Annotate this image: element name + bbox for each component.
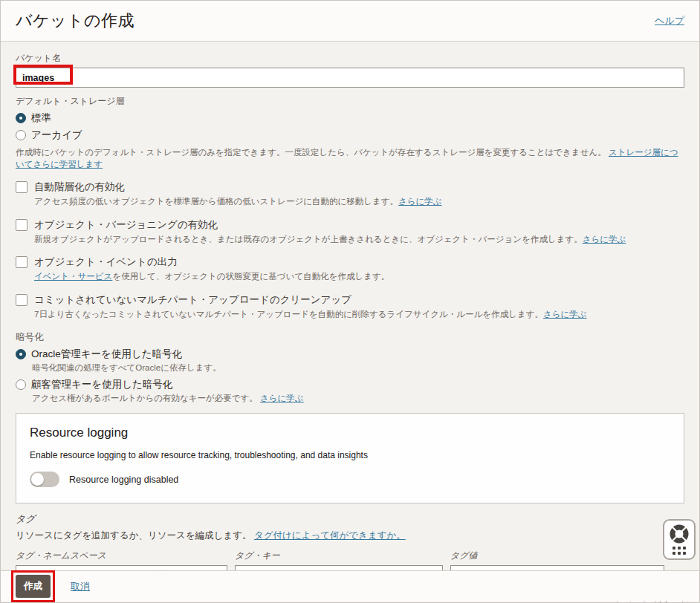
- bucket-name-label: バケット名: [16, 52, 684, 65]
- checkbox-emit-object-events[interactable]: [16, 256, 27, 268]
- row-object-versioning: オブジェクト・バージョニングの有効化 新規オブジェクトがアップロードされるとき、…: [16, 218, 684, 246]
- link-events-service[interactable]: イベント・サービス: [34, 272, 112, 281]
- tags-description-text: リソースにタグを追加するか、リソースを編成します。: [16, 530, 251, 541]
- cancel-link[interactable]: 取消: [71, 580, 90, 593]
- encryption-option-oracle: Oracle管理キーを使用した暗号化 暗号化関連の処理をすべてOracleに依存…: [16, 348, 684, 374]
- auto-tiering-desc-text: アクセス頻度の低いオブジェクトを標準層から価格の低いストレージに自動的に移動しま…: [34, 197, 398, 206]
- dialog-footer: 作成 取消: [1, 570, 699, 602]
- tags-section-label: タグ: [16, 512, 684, 526]
- multipart-cleanup-description: 7日より古くなったコミットされていないマルチパート・アップロードを自動的に削除す…: [34, 309, 587, 321]
- radio-oracle-managed-keys[interactable]: [16, 349, 26, 359]
- link-learn-more-auto-tiering[interactable]: さらに学ぶ: [398, 197, 442, 206]
- storage-tier-description-text: 作成時にバケットのデフォルト・ストレージ層のみを指定できます。一度設定したら、バ…: [16, 148, 606, 157]
- storage-tier-description: 作成時にバケットのデフォルト・ストレージ層のみを指定できます。一度設定したら、バ…: [16, 147, 684, 170]
- row-auto-tiering: 自動階層化の有効化 アクセス頻度の低いオブジェクトを標準層から価格の低いストレー…: [16, 180, 684, 208]
- toggle-knob: [31, 473, 44, 486]
- object-versioning-desc-text: 新規オブジェクトがアップロードされるとき、または既存のオブジェクトが上書きされる…: [34, 235, 583, 244]
- radio-row-standard-tier[interactable]: 標準: [16, 111, 684, 125]
- tag-value-label: タグ値: [450, 550, 664, 562]
- radio-archive-tier[interactable]: [16, 130, 26, 140]
- radio-row-customer-managed-keys[interactable]: 顧客管理キーを使用した暗号化: [16, 378, 684, 391]
- radio-row-oracle-managed-keys[interactable]: Oracle管理キーを使用した暗号化: [16, 348, 684, 361]
- bucket-name-input[interactable]: [16, 68, 684, 88]
- multipart-cleanup-label: コミットされていないマルチパート・アップロードのクリーンアップ: [34, 293, 587, 307]
- support-widget[interactable]: [663, 519, 696, 560]
- radio-standard-tier-label: 標準: [31, 111, 51, 125]
- radio-standard-tier[interactable]: [16, 113, 26, 123]
- create-bucket-dialog: バケットの作成 ヘルプ バケット名 デフォルト・ストレージ層 標準 アーカイブ …: [0, 0, 700, 603]
- auto-tiering-description: アクセス頻度の低いオブジェクトを標準層から価格の低いストレージに自動的に移動しま…: [34, 196, 442, 208]
- customer-keys-desc-text: アクセス権があるボールトからの有効なキーが必要です。: [32, 394, 258, 402]
- emit-events-desc-text: を使用して、オブジェクトの状態変更に基づいて自動化を作成します。: [112, 272, 389, 281]
- multipart-cleanup-desc-text: 7日より古くなったコミットされていないマルチパート・アップロードを自動的に削除す…: [34, 310, 543, 319]
- resource-logging-toggle[interactable]: [30, 472, 59, 487]
- radio-archive-tier-label: アーカイブ: [31, 128, 82, 142]
- link-learn-more-customer-keys[interactable]: さらに学ぶ: [260, 394, 304, 402]
- tag-namespace-label: タグ・ネームスペース: [16, 550, 227, 562]
- help-link[interactable]: ヘルプ: [655, 14, 684, 27]
- object-versioning-description: 新規オブジェクトがアップロードされるとき、または既存のオブジェクトが上書きされる…: [34, 234, 626, 246]
- link-tagging-info[interactable]: タグ付けによって何ができますか。: [254, 530, 406, 541]
- row-emit-object-events: オブジェクト・イベントの出力 イベント・サービスを使用して、オブジェクトの状態変…: [16, 255, 684, 283]
- resource-logging-description: Enable resource logging to allow resourc…: [30, 450, 670, 460]
- checkbox-object-versioning[interactable]: [16, 219, 27, 231]
- checkbox-auto-tiering[interactable]: [16, 181, 27, 193]
- dialog-body: バケット名 デフォルト・ストレージ層 標準 アーカイブ 作成時にバケットのデフォ…: [1, 42, 699, 603]
- radio-customer-managed-keys[interactable]: [16, 379, 26, 390]
- page-title: バケットの作成: [16, 10, 135, 32]
- object-versioning-label: オブジェクト・バージョニングの有効化: [34, 218, 626, 232]
- tags-description: リソースにタグを追加するか、リソースを編成します。 タグ付けによって何ができます…: [16, 529, 684, 542]
- resource-logging-title: Resource logging: [30, 426, 670, 440]
- create-button[interactable]: 作成: [16, 575, 51, 598]
- life-ring-icon: [670, 524, 689, 544]
- link-learn-more-versioning[interactable]: さらに学ぶ: [583, 235, 626, 244]
- auto-tiering-label: 自動階層化の有効化: [34, 180, 442, 194]
- resource-logging-panel: Resource logging Enable resource logging…: [16, 413, 684, 503]
- storage-tier-label: デフォルト・ストレージ層: [16, 95, 684, 108]
- emit-object-events-description: イベント・サービスを使用して、オブジェクトの状態変更に基づいて自動化を作成します…: [34, 271, 389, 283]
- row-multipart-cleanup: コミットされていないマルチパート・アップロードのクリーンアップ 7日より古くなっ…: [16, 293, 684, 321]
- grid-dots-icon: [673, 547, 686, 555]
- tag-key-label: タグ・キー: [235, 550, 443, 562]
- link-learn-more-multipart[interactable]: さらに学ぶ: [543, 310, 587, 319]
- emit-object-events-label: オブジェクト・イベントの出力: [34, 255, 389, 269]
- customer-managed-keys-label: 顧客管理キーを使用した暗号化: [31, 378, 172, 391]
- encryption-label: 暗号化: [16, 331, 684, 344]
- oracle-managed-keys-description: 暗号化関連の処理をすべてOracleに依存します。: [32, 362, 684, 374]
- oracle-managed-keys-label: Oracle管理キーを使用した暗号化: [31, 348, 182, 361]
- encryption-option-customer: 顧客管理キーを使用した暗号化 アクセス権があるボールトからの有効なキーが必要です…: [16, 378, 684, 405]
- checkbox-multipart-cleanup[interactable]: [16, 294, 27, 306]
- customer-managed-keys-description: アクセス権があるボールトからの有効なキーが必要です。 さらに学ぶ: [32, 393, 684, 405]
- radio-row-archive-tier[interactable]: アーカイブ: [16, 128, 684, 142]
- resource-logging-toggle-label: Resource logging disabled: [69, 475, 178, 485]
- dialog-header: バケットの作成 ヘルプ: [1, 1, 699, 42]
